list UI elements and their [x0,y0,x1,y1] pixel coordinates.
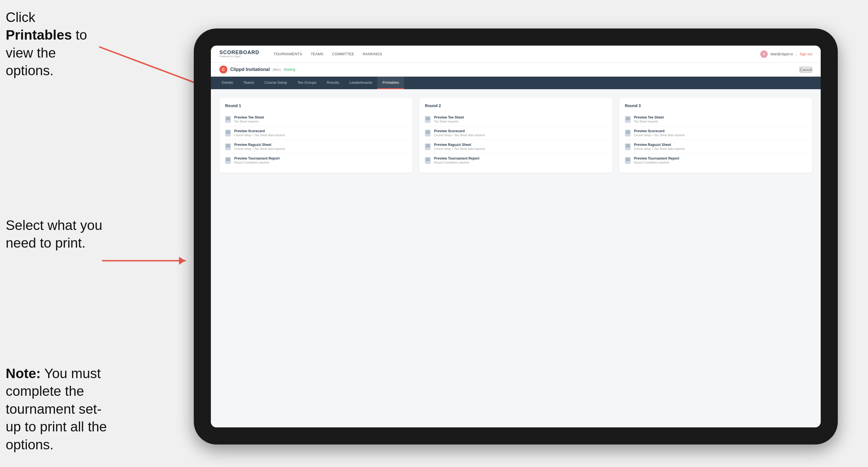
round-1-title: Round 1 [225,103,407,108]
tablet-screen: SCOREBOARD Powered by clippd TOURNAMENTS… [211,45,821,427]
round-1-tee-sheet[interactable]: Preview Tee Sheet Tee Sheet required [225,113,407,126]
tab-printables[interactable]: Printables [377,76,404,89]
instruction-top: Click Printables to view the options. [6,8,102,80]
tab-tee-groups[interactable]: Tee Groups [292,76,322,89]
round-2-raguzzi[interactable]: Preview Raguzzi Sheet Course setup + Tee… [425,140,607,154]
scorecard-text-r2: Preview Scorecard Course setup + Tee She… [434,129,485,137]
svg-marker-3 [179,257,185,265]
app-nav-bar: SCOREBOARD Powered by clippd TOURNAMENTS… [211,45,821,63]
scorecard-label-r2: Preview Scorecard [434,129,485,133]
scorecard-label-r3: Preview Scorecard [634,129,684,133]
nav-tournaments[interactable]: TOURNAMENTS [274,51,302,57]
tab-bar: Details Teams Course Setup Tee Groups Re… [211,76,821,89]
scorecard-sublabel-r1: Course setup + Tee Sheet data required [234,134,285,137]
round-2-scorecard[interactable]: Preview Scorecard Course setup + Tee She… [425,126,607,140]
round-1-column: Round 1 Preview Tee Sheet Tee Sheet requ… [219,98,412,173]
round-3-raguzzi[interactable]: Preview Raguzzi Sheet Course setup + Tee… [625,140,806,154]
raguzzi-sublabel-r1: Course setup + Tee Sheet data required [234,147,285,150]
scorecard-icon-r1 [225,130,231,136]
tee-sheet-icon-r2 [425,116,431,123]
tournament-logo: C [219,65,227,73]
raguzzi-text-r1: Preview Raguzzi Sheet Course setup + Tee… [234,143,285,150]
round-1-tournament-report[interactable]: Preview Tournament Report Round Completi… [225,154,407,167]
tournament-report-text-r1: Preview Tournament Report Round Completi… [234,156,280,164]
round-3-tournament-report[interactable]: Preview Tournament Report Round Completi… [625,154,806,167]
tee-sheet-icon-r3 [625,116,631,123]
scorecard-text-r1: Preview Scorecard Course setup + Tee She… [234,129,285,137]
raguzzi-icon-r3 [625,143,631,150]
note-label: Note: [6,366,41,381]
tee-sheet-label-r2: Preview Tee Sheet [434,115,464,119]
tee-sheet-text-r3: Preview Tee Sheet Tee Sheet required [634,115,664,123]
tournament-name-section: C Clippd Invitational (Men) Hosting [219,65,295,73]
tournament-report-label-r1: Preview Tournament Report [234,156,280,160]
nav-right: B blair@clippd.io | Sign out [760,51,812,58]
nav-separator: | [796,52,797,56]
scorecard-sublabel-r3: Course setup + Tee Sheet data required [634,134,684,137]
tournament-report-sublabel-r3: Round Completion required [634,161,679,164]
tee-sheet-label-r1: Preview Tee Sheet [234,115,264,119]
main-content: Round 1 Preview Tee Sheet Tee Sheet requ… [211,89,821,427]
tab-results[interactable]: Results [322,76,344,89]
round-1-scorecard[interactable]: Preview Scorecard Course setup + Tee She… [225,126,407,140]
tournament-report-label-r3: Preview Tournament Report [634,156,679,160]
raguzzi-sublabel-r2: Course setup + Tee Sheet data required [434,147,485,150]
round-3-tee-sheet[interactable]: Preview Tee Sheet Tee Sheet required [625,113,806,126]
user-avatar: B [760,51,768,58]
round-2-tournament-report[interactable]: Preview Tournament Report Round Completi… [425,154,607,167]
tee-sheet-text-r1: Preview Tee Sheet Tee Sheet required [234,115,264,123]
scorecard-label-r1: Preview Scorecard [234,129,285,133]
tee-sheet-icon-r1 [225,116,231,123]
tab-leaderboards[interactable]: Leaderboards [344,76,377,89]
tournament-category: (Men) [273,68,281,71]
scorecard-text-r3: Preview Scorecard Course setup + Tee She… [634,129,684,137]
tournament-title: Clippd Invitational [230,67,270,72]
tournament-report-label-r2: Preview Tournament Report [434,156,479,160]
tournament-header: C Clippd Invitational (Men) Hosting Canc… [211,63,821,76]
tournament-report-text-r2: Preview Tournament Report Round Completi… [434,156,479,164]
brand-logo: SCOREBOARD Powered by clippd [219,50,259,58]
raguzzi-icon-r1 [225,143,231,150]
tab-details[interactable]: Details [217,76,238,89]
scorecard-icon-r2 [425,130,431,136]
nav-rankings[interactable]: RANKINGS [363,51,382,57]
nav-committee[interactable]: COMMITTEE [332,51,354,57]
instruction-middle: Select what you need to print. [6,217,114,252]
tournament-report-sublabel-r2: Round Completion required [434,161,479,164]
brand-subtitle: Powered by clippd [219,55,259,58]
tournament-report-text-r3: Preview Tournament Report Round Completi… [634,156,679,164]
main-nav: TOURNAMENTS TEAMS COMMITTEE RANKINGS [274,51,749,57]
sign-out-link[interactable]: Sign out [800,52,812,56]
tab-course-setup[interactable]: Course Setup [259,76,292,89]
raguzzi-label-r1: Preview Raguzzi Sheet [234,143,285,147]
printables-emphasis: Printables [6,27,72,42]
tournament-report-sublabel-r1: Round Completion required [234,161,280,164]
tournament-report-icon-r1 [225,157,231,164]
tee-sheet-text-r2: Preview Tee Sheet Tee Sheet required [434,115,464,123]
brand-title: SCOREBOARD [219,50,259,56]
tab-teams[interactable]: Teams [238,76,259,89]
scorecard-icon-r3 [625,130,631,136]
instruction-bottom: Note: You must complete the tournament s… [6,365,114,454]
raguzzi-text-r2: Preview Raguzzi Sheet Course setup + Tee… [434,143,485,150]
round-3-column: Round 3 Preview Tee Sheet Tee Sheet requ… [619,98,812,173]
tournament-report-icon-r3 [625,157,631,164]
raguzzi-icon-r2 [425,143,431,150]
tournament-report-icon-r2 [425,157,431,164]
tee-sheet-sublabel-r3: Tee Sheet required [634,120,664,123]
round-2-tee-sheet[interactable]: Preview Tee Sheet Tee Sheet required [425,113,607,126]
round-1-raguzzi[interactable]: Preview Raguzzi Sheet Course setup + Tee… [225,140,407,154]
round-3-title: Round 3 [625,103,806,108]
tablet-frame: SCOREBOARD Powered by clippd TOURNAMENTS… [194,29,838,444]
raguzzi-text-r3: Preview Raguzzi Sheet Course setup + Tee… [634,143,684,150]
nav-teams[interactable]: TEAMS [311,51,323,57]
raguzzi-sublabel-r3: Course setup + Tee Sheet data required [634,147,684,150]
cancel-button[interactable]: Cancel [800,67,812,72]
tee-sheet-sublabel-r2: Tee Sheet required [434,120,464,123]
rounds-grid: Round 1 Preview Tee Sheet Tee Sheet requ… [219,98,812,173]
round-3-scorecard[interactable]: Preview Scorecard Course setup + Tee She… [625,126,806,140]
scorecard-sublabel-r2: Course setup + Tee Sheet data required [434,134,485,137]
round-2-title: Round 2 [425,103,607,108]
tee-sheet-label-r3: Preview Tee Sheet [634,115,664,119]
raguzzi-label-r3: Preview Raguzzi Sheet [634,143,684,147]
